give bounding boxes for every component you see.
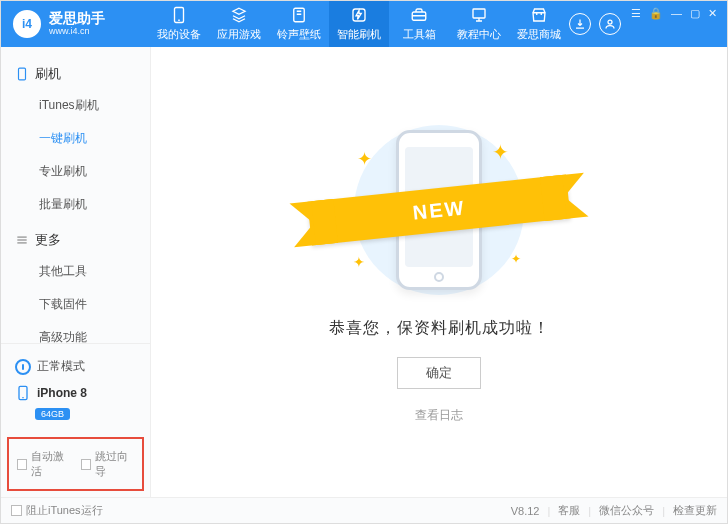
sidebar-item[interactable]: 高级功能 — [1, 321, 150, 343]
statusbar: 阻止iTunes运行 V8.12 | 客服 | 微信公众号 | 检查更新 — [1, 497, 727, 523]
nav-phone[interactable]: 我的设备 — [149, 1, 209, 47]
sparkle-icon: ✦ — [492, 140, 509, 164]
sparkle-icon: ✦ — [511, 252, 521, 266]
flash-icon — [350, 6, 368, 24]
store-icon — [530, 6, 548, 24]
auto-activate-checkbox[interactable]: 自动激活 — [17, 449, 71, 479]
nav-label: 应用游戏 — [217, 27, 261, 42]
checkbox-icon — [17, 459, 27, 470]
navbar: 我的设备应用游戏铃声壁纸智能刷机工具箱教程中心爱思商城 — [149, 1, 569, 47]
power-icon — [15, 359, 31, 375]
brand-url: www.i4.cn — [49, 27, 105, 37]
sidebar-item[interactable]: 其他工具 — [1, 255, 150, 288]
sidebar-section: 刷机 — [1, 55, 150, 89]
support-link[interactable]: 客服 — [558, 503, 580, 518]
nav-label: 工具箱 — [403, 27, 436, 42]
nav-ringtone[interactable]: 铃声壁纸 — [269, 1, 329, 47]
sidebar-item[interactable]: 下载固件 — [1, 288, 150, 321]
titlebar: i4 爱思助手 www.i4.cn 我的设备应用游戏铃声壁纸智能刷机工具箱教程中… — [1, 1, 727, 47]
wechat-link[interactable]: 微信公众号 — [599, 503, 654, 518]
sidebar-item[interactable]: 一键刷机 — [1, 122, 150, 155]
body: 刷机iTunes刷机一键刷机专业刷机批量刷机更多其他工具下载固件高级功能 正常模… — [1, 47, 727, 497]
skip-setup-checkbox[interactable]: 跳过向导 — [81, 449, 135, 479]
device-panel: 正常模式 iPhone 8 64GB — [1, 343, 150, 431]
toolbox-icon — [410, 6, 428, 24]
update-link[interactable]: 检查更新 — [673, 503, 717, 518]
minimize-icon[interactable]: — — [671, 7, 682, 19]
nav-label: 智能刷机 — [337, 27, 381, 42]
device-model-row[interactable]: iPhone 8 — [13, 379, 138, 403]
sidebar-item[interactable]: iTunes刷机 — [1, 89, 150, 122]
block-itunes-label: 阻止iTunes运行 — [26, 503, 103, 518]
success-message: 恭喜您，保资料刷机成功啦！ — [329, 318, 550, 339]
brand-title: 爱思助手 — [49, 11, 105, 26]
auto-activate-label: 自动激活 — [31, 449, 70, 479]
skip-setup-label: 跳过向导 — [95, 449, 134, 479]
sparkle-icon: ✦ — [353, 254, 365, 270]
brand-logo-icon: i4 — [13, 10, 41, 38]
sidebar-item[interactable]: 批量刷机 — [1, 188, 150, 221]
lock-icon[interactable]: 🔒 — [649, 7, 663, 20]
nav-label: 爱思商城 — [517, 27, 561, 42]
version-label: V8.12 — [511, 505, 540, 517]
section-title: 刷机 — [35, 65, 61, 83]
phone-icon — [15, 385, 31, 401]
nav-label: 铃声壁纸 — [277, 27, 321, 42]
ringtone-icon — [290, 6, 308, 24]
apps-icon — [230, 6, 248, 24]
checkbox-icon — [11, 505, 22, 516]
sidebar: 刷机iTunes刷机一键刷机专业刷机批量刷机更多其他工具下载固件高级功能 正常模… — [1, 47, 151, 497]
device-model-label: iPhone 8 — [37, 386, 87, 400]
svg-rect-2 — [294, 8, 305, 22]
sidebar-scroll: 刷机iTunes刷机一键刷机专业刷机批量刷机更多其他工具下载固件高级功能 — [1, 47, 150, 343]
tutorial-icon — [470, 6, 488, 24]
maximize-icon[interactable]: ▢ — [690, 7, 700, 20]
nav-flash[interactable]: 智能刷机 — [329, 1, 389, 47]
section-title: 更多 — [35, 231, 61, 249]
header-actions — [569, 1, 621, 47]
success-illustration: ✦ ✦ ✦ ✦ NEW — [339, 120, 539, 300]
device-mode[interactable]: 正常模式 — [13, 354, 138, 379]
close-icon[interactable]: ✕ — [708, 7, 717, 20]
nav-tutorial[interactable]: 教程中心 — [449, 1, 509, 47]
content: ✦ ✦ ✦ ✦ NEW 恭喜您，保资料刷机成功啦！ 确定 查看日志 — [151, 47, 727, 497]
sparkle-icon: ✦ — [357, 148, 372, 170]
nav-apps[interactable]: 应用游戏 — [209, 1, 269, 47]
checkbox-icon — [81, 459, 91, 470]
user-icon[interactable] — [599, 13, 621, 35]
nav-store[interactable]: 爱思商城 — [509, 1, 569, 47]
svg-rect-7 — [19, 68, 26, 80]
sidebar-item[interactable]: 专业刷机 — [1, 155, 150, 188]
block-itunes-checkbox[interactable]: 阻止iTunes运行 — [11, 503, 103, 518]
phone-v-icon — [15, 67, 29, 81]
nav-label: 教程中心 — [457, 27, 501, 42]
phone-icon — [170, 6, 188, 24]
download-icon[interactable] — [569, 13, 591, 35]
menu-icon[interactable]: ☰ — [631, 7, 641, 20]
brand: i4 爱思助手 www.i4.cn — [1, 1, 149, 47]
svg-rect-5 — [473, 9, 485, 18]
flash-options: 自动激活 跳过向导 — [7, 437, 144, 491]
main: ✦ ✦ ✦ ✦ NEW 恭喜您，保资料刷机成功啦！ 确定 查看日志 — [151, 47, 727, 497]
svg-point-6 — [608, 20, 612, 24]
view-log-link[interactable]: 查看日志 — [415, 407, 463, 424]
nav-label: 我的设备 — [157, 27, 201, 42]
nav-toolbox[interactable]: 工具箱 — [389, 1, 449, 47]
storage-badge: 64GB — [35, 408, 70, 420]
ok-button[interactable]: 确定 — [397, 357, 481, 389]
device-mode-label: 正常模式 — [37, 358, 85, 375]
sidebar-section: 更多 — [1, 221, 150, 255]
app-window: i4 爱思助手 www.i4.cn 我的设备应用游戏铃声壁纸智能刷机工具箱教程中… — [0, 0, 728, 524]
more-icon — [15, 233, 29, 247]
window-controls: ☰ 🔒 — ▢ ✕ — [631, 1, 727, 47]
